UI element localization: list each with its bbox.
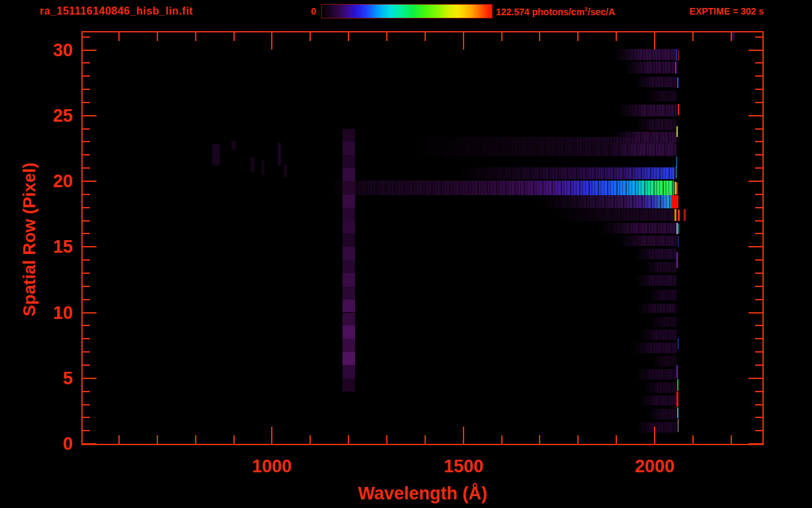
y-axis-tick — [755, 404, 762, 405]
x-axis-tick — [157, 32, 158, 41]
y-axis-tick — [755, 154, 762, 155]
noise-band — [635, 422, 676, 433]
y-tick-label: 25 — [25, 106, 73, 126]
y-axis-tick — [83, 102, 90, 103]
spectral-band-trace-main — [329, 181, 674, 195]
y-axis-tick — [83, 50, 97, 51]
emission-line-segment — [677, 379, 678, 391]
y-axis-tick — [83, 89, 90, 90]
emission-line-segment — [676, 365, 678, 378]
x-axis-tick — [233, 32, 235, 41]
y-axis-tick — [83, 128, 90, 130]
emission-line-segment — [678, 338, 679, 349]
faint-smudge — [284, 164, 287, 177]
lyman-alpha-band-segment — [343, 352, 355, 365]
x-axis-tick — [425, 32, 426, 41]
x-axis-tick — [577, 435, 579, 444]
x-axis-tick — [425, 435, 426, 444]
noise-band — [618, 235, 676, 246]
colorbar-min-label: 0 — [290, 6, 316, 17]
noise-band — [635, 77, 676, 87]
emission-line-segment — [684, 209, 686, 221]
x-axis-tick — [731, 435, 732, 444]
y-axis-tick — [755, 351, 762, 353]
x-axis-tick — [348, 435, 349, 444]
noise-band — [612, 132, 676, 144]
x-axis-tick — [195, 32, 196, 41]
lyman-alpha-band-segment — [343, 194, 355, 208]
y-axis-tick — [755, 325, 762, 326]
colorbar-max-units: /sec/A — [588, 7, 615, 17]
x-axis-tick — [654, 427, 655, 444]
y-axis-tick — [83, 299, 90, 300]
x-axis-tick — [654, 32, 655, 50]
y-axis-tick — [83, 181, 97, 182]
x-axis-tick — [539, 435, 540, 444]
y-axis-tick — [755, 62, 762, 64]
y-axis-tick — [755, 220, 762, 222]
y-axis-tick — [83, 312, 97, 314]
lyman-alpha-band-segment — [343, 247, 355, 260]
x-tick-label: 1000 — [242, 456, 302, 477]
y-axis-tick — [83, 404, 90, 405]
noise-band — [653, 356, 676, 366]
y-tick-label: 10 — [25, 303, 73, 323]
y-axis-tick — [749, 378, 762, 379]
file-title: ra_151116140846_hisb_lin.fit — [40, 5, 193, 17]
y-tick-label: 30 — [25, 40, 73, 61]
y-axis-tick — [755, 286, 762, 287]
emission-line-segment — [678, 104, 679, 115]
lyman-alpha-band-segment — [343, 325, 355, 339]
y-axis-tick — [755, 391, 762, 392]
lyman-alpha-band-segment — [343, 273, 355, 286]
spectrogram-plot — [81, 31, 764, 445]
lyman-alpha-band-segment — [343, 260, 355, 273]
lyman-alpha-band-segment — [343, 181, 355, 194]
emission-line-segment — [678, 224, 679, 234]
x-axis-tick — [348, 32, 349, 41]
lyman-alpha-band-segment — [343, 286, 355, 300]
noise-band — [639, 329, 676, 340]
colorbar-max-label: 122.574 photons/cm2/sec/A — [496, 6, 615, 17]
faint-smudge — [251, 157, 255, 172]
faint-smudge — [231, 141, 236, 150]
noise-band — [635, 119, 676, 130]
x-tick-label: 1500 — [434, 456, 493, 477]
y-axis-tick — [749, 181, 762, 182]
emission-line-segment — [678, 419, 678, 432]
y-axis-tick — [83, 62, 90, 64]
emission-line-segment — [676, 126, 678, 138]
x-axis-tick — [309, 435, 311, 444]
y-axis-tick — [749, 443, 762, 444]
y-axis-tick — [83, 259, 90, 261]
y-axis-tick — [83, 246, 97, 247]
y-axis-tick — [83, 233, 90, 234]
noise-band — [649, 91, 676, 101]
y-axis-tick — [749, 246, 762, 247]
noise-band — [601, 223, 676, 234]
faint-smudge — [261, 160, 264, 175]
lyman-alpha-band-segment — [343, 221, 355, 234]
y-tick-label: 5 — [25, 368, 73, 389]
x-axis-tick — [271, 32, 272, 50]
x-axis-tick — [539, 32, 540, 41]
colorbar-max-value: 122.574 photons/cm — [496, 7, 585, 17]
y-axis-tick — [749, 312, 762, 314]
y-axis-tick — [749, 50, 762, 51]
emission-line-segment — [674, 209, 677, 221]
y-tick-label: 0 — [25, 434, 73, 454]
noise-band — [608, 144, 676, 155]
noise-band — [633, 343, 676, 353]
x-axis-tick — [233, 435, 235, 444]
y-axis-tick — [83, 286, 90, 287]
y-axis-tick — [83, 167, 90, 169]
y-axis-tick — [83, 273, 90, 274]
y-axis-tick — [755, 36, 762, 38]
y-axis-tick — [755, 299, 762, 300]
spectral-image-viewer: ra_151116140846_hisb_lin.fit 0 122.574 p… — [0, 0, 812, 508]
y-axis-tick — [83, 36, 90, 38]
emission-line-segment — [678, 50, 680, 61]
y-axis-tick — [83, 378, 97, 379]
x-axis-tick — [731, 32, 732, 41]
noise-band — [649, 409, 676, 419]
